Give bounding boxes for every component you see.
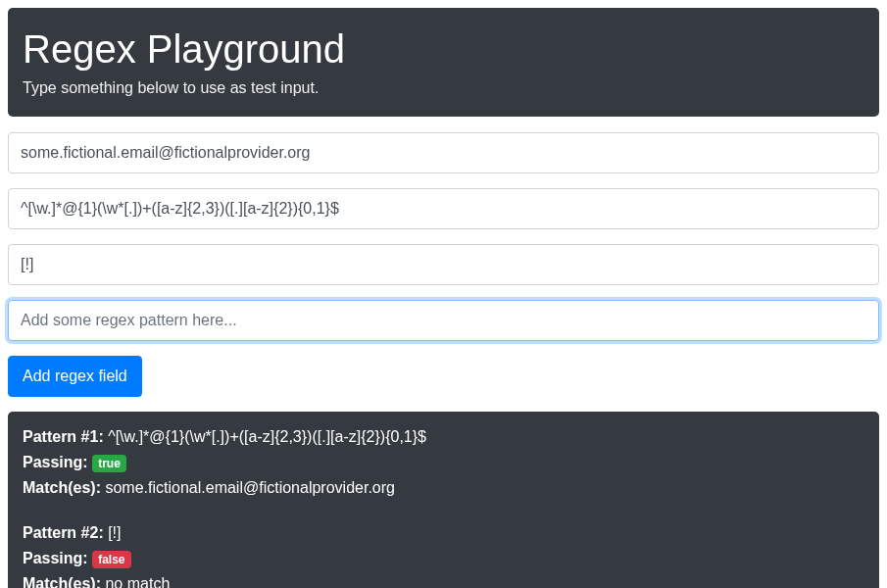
passing-badge-true: true	[92, 455, 126, 472]
result-matches-line: Match(es): some.fictional.email@fictiona…	[23, 476, 864, 500]
result-pattern-line: Pattern #1: ^[\w.]*@{1}(\w*[.])+([a-z]{2…	[23, 425, 864, 449]
result-matches-line: Match(es): no match	[23, 572, 864, 588]
pattern-input-3[interactable]	[8, 300, 879, 341]
header-jumbotron: Regex Playground Type something below to…	[8, 8, 879, 117]
result-passing-line: Passing: true	[23, 451, 864, 474]
results-panel: Pattern #1: ^[\w.]*@{1}(\w*[.])+([a-z]{2…	[8, 412, 879, 588]
page-subtitle: Type something below to use as test inpu…	[23, 79, 864, 97]
pattern-input-2[interactable]	[8, 244, 879, 285]
test-string-input[interactable]	[8, 132, 879, 173]
result-block-2: Pattern #2: [!] Passing: false Match(es)…	[23, 521, 864, 588]
result-block-1: Pattern #1: ^[\w.]*@{1}(\w*[.])+([a-z]{2…	[23, 425, 864, 500]
pattern-input-1[interactable]	[8, 188, 879, 229]
result-pattern-line: Pattern #2: [!]	[23, 521, 864, 545]
page-title: Regex Playground	[23, 27, 864, 72]
result-passing-line: Passing: false	[23, 547, 864, 570]
add-regex-button[interactable]: Add regex field	[8, 356, 142, 397]
passing-badge-false: false	[92, 551, 130, 568]
